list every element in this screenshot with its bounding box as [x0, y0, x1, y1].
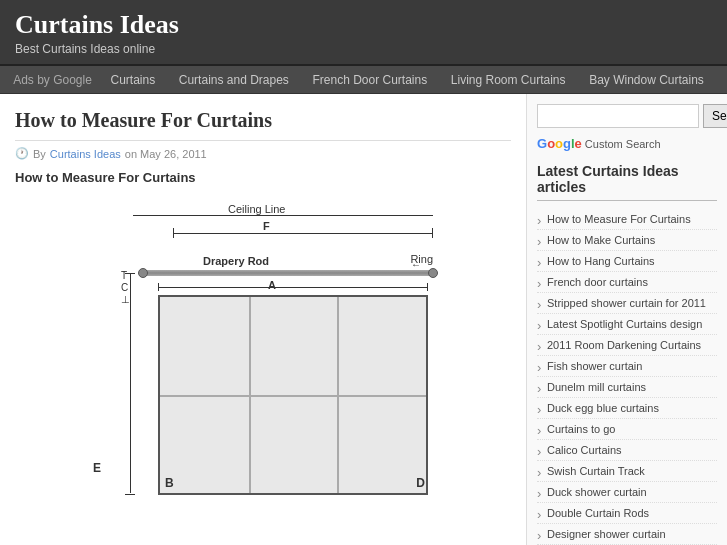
clock-icon: 🕐 [15, 147, 29, 160]
pane-divider-v2 [337, 297, 339, 493]
site-subtitle: Best Curtains Ideas online [15, 42, 712, 56]
right-column: Search Google Custom Search Latest Curta… [527, 94, 727, 545]
a-label: A [268, 279, 276, 291]
f-right-tick [432, 228, 433, 238]
nav-link-french[interactable]: French Door Curtains [312, 73, 427, 87]
sidebar-title: Latest Curtains Ideas articles [537, 163, 717, 201]
nav-link-living[interactable]: Living Room Curtains [451, 73, 566, 87]
drapery-rod [143, 270, 433, 276]
rod-left-bracket [138, 268, 148, 278]
tc-label: TC⊥ [121, 270, 130, 306]
sidebar-link-1[interactable]: How to Make Curtains [537, 230, 717, 251]
meta-by: By [33, 148, 46, 160]
sidebar-link-5[interactable]: Latest Spotlight Curtains design [537, 314, 717, 335]
f-measure-line [173, 233, 433, 234]
a-left-tick [158, 283, 159, 291]
search-box: Search [537, 104, 717, 128]
sidebar-link-15[interactable]: Designer shower curtain [537, 524, 717, 545]
nav-link-curtains[interactable]: Curtains [110, 73, 155, 87]
ads-label: Ads by Google [13, 73, 92, 87]
site-title: Curtains Ideas [15, 10, 712, 40]
article-subtitle: How to Measure For Curtains [15, 170, 511, 185]
main-content: How to Measure For Curtains 🕐 By Curtain… [0, 94, 727, 545]
sidebar-link-10[interactable]: Curtains to go [537, 419, 717, 440]
rod-right-bracket [428, 268, 438, 278]
sidebar-link-7[interactable]: Fish shower curtain [537, 356, 717, 377]
sidebar-link-13[interactable]: Duck shower curtain [537, 482, 717, 503]
rod-label: Drapery Rod [203, 255, 269, 267]
sidebar-links: How to Measure For CurtainsHow to Make C… [537, 209, 717, 545]
ceiling-line [133, 215, 433, 216]
search-button[interactable]: Search [703, 104, 727, 128]
e-label: E [93, 461, 101, 475]
window-frame [158, 295, 428, 495]
nav-link-drapes[interactable]: Curtains and Drapes [179, 73, 289, 87]
ceiling-label: Ceiling Line [228, 203, 285, 215]
f-left-tick [173, 228, 174, 238]
left-vert-e [130, 295, 131, 493]
curtain-diagram: Ceiling Line F Drapery Rod Ring ← TC⊥ [73, 195, 453, 515]
meta-author[interactable]: Curtains Ideas [50, 148, 121, 160]
sidebar-link-3[interactable]: French door curtains [537, 272, 717, 293]
left-vert-top [130, 273, 131, 295]
google-custom-search: Google Custom Search [537, 136, 717, 151]
nav-bar: Ads by Google Curtains Curtains and Drap… [0, 66, 727, 94]
a-right-tick [427, 283, 428, 291]
site-header: Curtains Ideas Best Curtains Ideas onlin… [0, 0, 727, 66]
sidebar-link-12[interactable]: Swish Curtain Track [537, 461, 717, 482]
left-tick-bottom [125, 494, 135, 495]
pane-divider-v1 [249, 297, 251, 493]
sidebar-link-2[interactable]: How to Hang Curtains [537, 251, 717, 272]
pane-divider-horizontal [160, 395, 426, 397]
sidebar-link-14[interactable]: Double Curtain Rods [537, 503, 717, 524]
custom-search-label: Custom Search [585, 138, 661, 150]
sidebar-link-11[interactable]: Calico Curtains [537, 440, 717, 461]
sidebar-link-8[interactable]: Dunelm mill curtains [537, 377, 717, 398]
google-logo: Google [537, 136, 582, 151]
d-label: D [416, 476, 425, 490]
f-label: F [263, 220, 270, 232]
left-column: How to Measure For Curtains 🕐 By Curtain… [0, 94, 527, 545]
a-measure-line [158, 287, 428, 288]
meta-date: on May 26, 2011 [125, 148, 207, 160]
ring-arrow: ← [411, 259, 421, 270]
nav-link-bay[interactable]: Bay Window Curtains [589, 73, 704, 87]
sidebar-link-6[interactable]: 2011 Room Darkening Curtains [537, 335, 717, 356]
article-title: How to Measure For Curtains [15, 109, 511, 141]
b-label: B [165, 476, 174, 490]
sidebar-link-9[interactable]: Duck egg blue curtains [537, 398, 717, 419]
search-input[interactable] [537, 104, 699, 128]
sidebar-link-0[interactable]: How to Measure For Curtains [537, 209, 717, 230]
article-meta: 🕐 By Curtains Ideas on May 26, 2011 [15, 147, 511, 160]
left-tick-top [125, 273, 135, 274]
sidebar-link-4[interactable]: Stripped shower curtain for 2011 [537, 293, 717, 314]
